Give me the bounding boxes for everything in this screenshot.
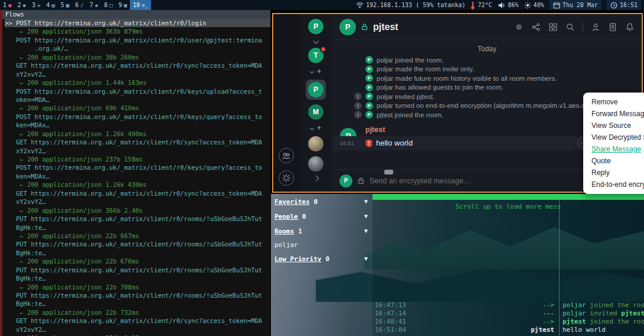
collapse-arrow-icon[interactable]: ▼	[364, 255, 368, 262]
expand-panel-icon[interactable]	[313, 176, 319, 182]
flow-line[interactable]: POST https://termina.org.uk/_matrix/clie…	[5, 36, 270, 44]
apps-grid-icon[interactable]	[548, 22, 558, 32]
flow-line[interactable]: BgHk:te…	[5, 274, 270, 282]
flow-line[interactable]: GET https://termina.org.uk/_matrix/clien…	[5, 61, 270, 70]
chevron-down-icon[interactable]	[313, 38, 319, 44]
flow-line[interactable]: ← 200 application/json 69b 410ms	[5, 104, 270, 112]
room-avatar-selected[interactable]: P	[306, 80, 326, 100]
flow-line[interactable]: ← 200 application/json 22b 667ms	[5, 232, 270, 240]
workspace-button[interactable]: 1 ●	[0, 0, 14, 10]
flow-line[interactable]: ken=MDAx…	[5, 121, 270, 129]
buffer-group-name[interactable]: Low Priority	[274, 255, 321, 263]
flow-line[interactable]: GET https://termina.org.uk/_matrix/clien…	[5, 317, 270, 325]
members-browse-button[interactable]	[279, 148, 294, 163]
flow-line[interactable]: ← 200 application/json 22b 708ms	[5, 283, 270, 291]
workspace-button[interactable]: 8 □	[101, 0, 115, 10]
buffer-item[interactable]: poljar	[274, 241, 369, 249]
members-icon[interactable]	[591, 22, 600, 32]
workspace-button[interactable]: 7 ◈	[87, 0, 101, 10]
context-menu-item[interactable]: Quote	[583, 155, 644, 167]
buffer-group[interactable]: Rooms1 ▼ poljar	[274, 228, 369, 249]
room-avatar-m[interactable]: M	[308, 104, 323, 120]
flow-line[interactable]: BgHk:te…	[5, 223, 270, 232]
workspace-button[interactable]: 10 >_	[130, 0, 151, 10]
room-avatar[interactable]: P	[339, 19, 356, 35]
notifications-bell-icon[interactable]	[625, 22, 635, 32]
workspace-button[interactable]: 2 ◆	[14, 0, 28, 10]
buffer-group-name[interactable]: Rooms	[274, 228, 294, 235]
flow-line[interactable]: xY2xvY2…	[5, 197, 270, 206]
buffer-group-header[interactable]: Low Priority0 ▼	[274, 255, 369, 263]
clock-icon	[610, 2, 617, 9]
flow-line[interactable]: .org.uk/…	[5, 44, 270, 52]
flow-line[interactable]: PUT https://termina.org.uk/_matrix/clien…	[5, 240, 270, 248]
buffer-group-header[interactable]: People0 ▼	[274, 213, 369, 221]
user-avatar[interactable]: P	[308, 19, 323, 34]
flow-line[interactable]: GET https://termina.org.uk/_matrix/clien…	[5, 138, 270, 146]
flow-line[interactable]: ← 200 application/json 366b 2.40s	[5, 206, 270, 215]
workspace-button[interactable]: 4 ▤	[43, 0, 57, 10]
buffer-group-header[interactable]: Rooms1 ▼	[274, 228, 369, 236]
room-avatar-photo[interactable]	[308, 136, 323, 151]
composer-placeholder[interactable]: Send an encrypted message…	[370, 177, 471, 185]
context-menu-item[interactable]: Remove	[583, 96, 644, 108]
room-settings-icon[interactable]	[514, 22, 524, 32]
buffer-group[interactable]: Low Priority0 ▼	[274, 255, 369, 263]
flow-line[interactable]: ← 200 application/json 1.26k 400ms	[5, 130, 270, 138]
buffer-group-name[interactable]: People	[274, 213, 298, 220]
workspace-button[interactable]: 3 ✉	[29, 0, 43, 10]
flow-line[interactable]: oken=MDA…	[5, 95, 270, 104]
flow-line[interactable]: ← 200 application/json 354b 2.23s	[5, 334, 270, 336]
collapse-arrow-icon[interactable]: ▼	[364, 198, 368, 205]
files-icon[interactable]	[608, 22, 617, 32]
context-menu-item[interactable]: End-to-end encry	[583, 179, 644, 190]
flow-line[interactable]: PUT https://termina.org.uk/_matrix/clien…	[5, 215, 270, 223]
add-room-icon[interactable]: +	[317, 124, 321, 131]
context-menu-item[interactable]: View Source	[583, 120, 644, 131]
collapse-arrow-icon[interactable]: ▼	[364, 228, 368, 234]
flow-line[interactable]: xY2xvY2…	[5, 325, 270, 334]
add-room-icon[interactable]: +	[317, 68, 321, 75]
flow-line[interactable]: PUT https://termina.org.uk/_matrix/clien…	[5, 266, 270, 274]
share-icon[interactable]	[531, 22, 541, 32]
flow-line[interactable]: ← 200 application/json 1.44k 163ms	[5, 78, 270, 87]
buffer-group[interactable]: People0 ▼	[274, 213, 369, 221]
workspace-button[interactable]: 6 ♪	[72, 0, 86, 10]
context-menu-item[interactable]: Share Message	[583, 143, 644, 155]
section-header-rooms[interactable]: +	[310, 68, 321, 75]
flow-line[interactable]: BgHk:te…	[5, 249, 270, 257]
flow-line[interactable]: GET https://termina.org.uk/_matrix/clien…	[5, 189, 270, 197]
flow-line[interactable]: ← 200 application/json 363b 879ms	[5, 27, 270, 35]
flow-line[interactable]: xY2xvY2…	[5, 70, 270, 78]
context-menu-item[interactable]: Reply	[583, 167, 644, 179]
flow-line[interactable]: ← 200 application/json 38b 260ms	[5, 53, 270, 61]
flow-line[interactable]: ← 200 application/json 237b 158ms	[5, 155, 270, 163]
section-header-people[interactable]: +	[310, 124, 321, 131]
flow-line[interactable]: POST https://termina.org.uk/_matrix/clie…	[5, 113, 270, 121]
flow-line[interactable]: POST https://termina.org.uk/_matrix/clie…	[5, 163, 270, 172]
unread-badge	[320, 46, 326, 52]
buffer-group-header[interactable]: Favorites0 ▼	[274, 198, 369, 206]
flow-line[interactable]: POST https://termina.org.uk/_matrix/clie…	[5, 87, 270, 95]
room-avatar-photo[interactable]	[308, 156, 323, 172]
brightness-status: 40%	[524, 0, 544, 10]
buffer-group[interactable]: Favorites0 ▼	[274, 198, 369, 206]
buffer-count: 0	[325, 255, 329, 263]
flow-line[interactable]: ← 200 application/json 22b 732ms	[5, 308, 270, 317]
context-menu-item[interactable]: View Decrypted S	[583, 131, 644, 143]
collapse-arrow-icon[interactable]: ▼	[364, 213, 368, 219]
room-avatar-t[interactable]: T	[308, 48, 323, 63]
workspace-button[interactable]: 5 ▦	[58, 0, 72, 10]
settings-asterisk-button[interactable]	[279, 170, 294, 186]
buffer-group-name[interactable]: Favorites	[274, 198, 310, 206]
flow-line[interactable]: ← 200 application/json 22b 670ms	[5, 257, 270, 265]
context-menu-item[interactable]: Forward Message	[583, 108, 644, 120]
flow-line[interactable]: ken=MDAx…	[5, 172, 270, 180]
flow-line[interactable]: PUT https://termina.org.uk/_matrix/clien…	[5, 291, 270, 299]
flow-line[interactable]: >> POST https://termina.org.uk/_matrix/c…	[5, 19, 270, 27]
flow-line[interactable]: xY2xvY2…	[5, 147, 270, 155]
search-icon[interactable]	[565, 22, 575, 32]
flow-line[interactable]: BgHk:te…	[5, 299, 270, 308]
workspace-button[interactable]: 9 ▣	[116, 0, 130, 10]
flow-line[interactable]: ← 200 application/json 1.26k 430ms	[5, 180, 270, 189]
